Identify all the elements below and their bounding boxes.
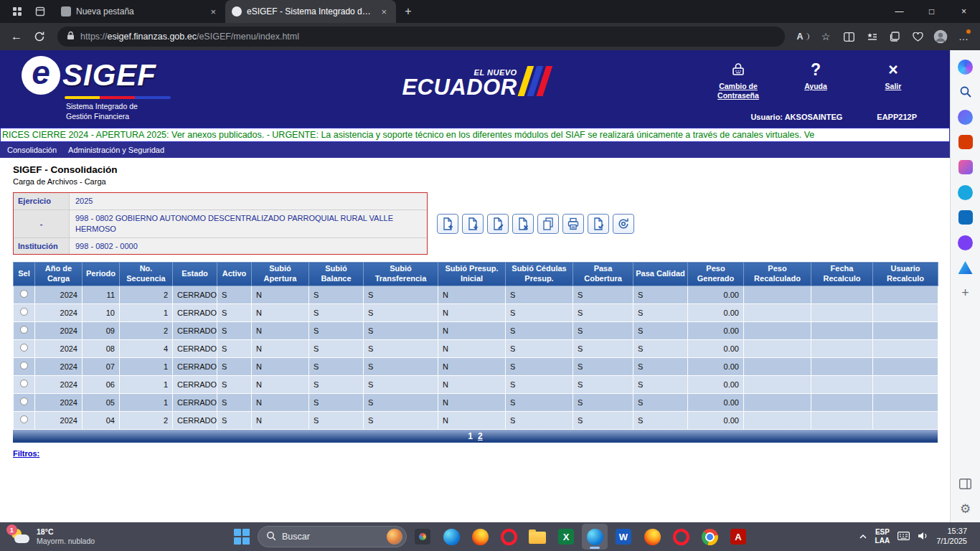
taskbar-chrome-button[interactable] [697, 524, 722, 550]
start-button[interactable] [229, 524, 255, 550]
taskbar-opera2-button[interactable] [668, 524, 694, 550]
row-select-radio[interactable] [20, 344, 28, 352]
new-tab-button[interactable]: + [399, 2, 418, 21]
sidebar-panel-icon[interactable] [958, 476, 974, 491]
table-cell: N [252, 339, 309, 357]
clock-icon[interactable] [958, 184, 974, 200]
clock[interactable]: 15:37 7/1/2025 [936, 527, 967, 547]
row-select-radio[interactable] [20, 290, 28, 298]
help-link[interactable]: ? Ayuda [788, 59, 844, 100]
table-row: 2024051CERRADOSNSSNSSS0.00 [14, 393, 938, 411]
language-indicator[interactable]: ESP LAA [875, 528, 890, 546]
window-controls: — □ × [883, 0, 980, 23]
designer-icon[interactable] [958, 159, 974, 175]
table-cell: N [252, 357, 309, 375]
sidebar-search-icon[interactable] [958, 84, 974, 100]
tab-nueva-pestana[interactable]: Nueva pestaña × [55, 0, 225, 23]
sidebar-add-icon[interactable]: + [958, 285, 974, 301]
tab-actions-icon[interactable] [9, 3, 26, 20]
profile-avatar[interactable] [930, 26, 951, 47]
save-file-button[interactable] [462, 214, 484, 234]
column-header: Estado [173, 263, 217, 286]
refresh-button[interactable] [29, 26, 50, 47]
menu-consolidacion[interactable]: Consolidación [7, 146, 57, 154]
row-select-cell [14, 411, 35, 429]
row-select-radio[interactable] [20, 362, 28, 369]
taskbar-acrobat-button[interactable]: A [725, 524, 751, 550]
browser-essentials-icon[interactable] [907, 26, 928, 47]
exit-link[interactable]: × Salir [865, 59, 921, 100]
favorites-hub-icon[interactable] [861, 26, 882, 47]
sidebar-settings-icon[interactable]: ⚙ [958, 501, 974, 517]
shopping-icon[interactable] [958, 109, 974, 125]
browser-navbar: ← https://esigef.finanzas.gob.ec/eSIGEF/… [0, 23, 980, 50]
volume-icon[interactable] [918, 530, 928, 543]
games-icon[interactable] [958, 235, 974, 250]
row-select-radio[interactable] [20, 380, 28, 387]
read-aloud-icon[interactable]: A [792, 26, 814, 47]
table-cell [744, 411, 811, 429]
outlook-icon[interactable] [958, 209, 974, 225]
row-select-radio[interactable] [20, 308, 28, 316]
back-button[interactable]: ← [6, 26, 27, 47]
minimize-button[interactable]: — [883, 0, 915, 23]
drop-icon[interactable] [958, 260, 974, 276]
validate-file-button[interactable] [487, 214, 509, 234]
row-select-radio[interactable] [20, 397, 28, 405]
table-cell: S [217, 375, 252, 393]
help-icon: ? [811, 59, 821, 80]
taskbar-edge-button[interactable] [438, 524, 464, 550]
copy-file-button[interactable] [537, 214, 559, 234]
tab-close-icon[interactable]: × [378, 6, 390, 17]
change-password-link[interactable]: Cambio de Contraseña [710, 59, 766, 100]
taskbar-firefox-button[interactable] [467, 524, 493, 550]
taskbar-photos-button[interactable] [410, 524, 435, 550]
taskbar-opera-button[interactable] [496, 524, 522, 550]
copilot-icon[interactable] [958, 59, 974, 75]
row-select-radio[interactable] [20, 415, 28, 423]
menu-administracion[interactable]: Administración y Seguridad [68, 146, 164, 154]
address-bar[interactable]: https://esigef.finanzas.gob.ec/eSIGEF/me… [57, 27, 785, 47]
taskbar-search-box[interactable]: Buscar [258, 526, 407, 547]
collections-icon[interactable] [884, 26, 905, 47]
favorites-star-icon[interactable]: ☆ [815, 26, 837, 47]
workspaces-icon[interactable] [32, 3, 49, 20]
notification-badge: 1 [6, 524, 17, 535]
delete-file-button[interactable] [512, 214, 534, 234]
tray-date: 7/1/2025 [936, 537, 967, 547]
taskbar-firefox2-button[interactable] [639, 524, 665, 550]
table-cell: 0.00 [688, 357, 744, 375]
screen: Nueva pestaña × eSIGEF - Sistema Integra… [0, 0, 980, 551]
weather-widget[interactable]: 1 18°C Mayorm. nublado [7, 527, 95, 546]
row-select-cell [14, 357, 35, 375]
table-cell: 05 [83, 393, 120, 411]
taskbar-explorer-button[interactable] [524, 524, 550, 550]
filters-link[interactable]: Filtros: [13, 449, 39, 458]
settings-ellipsis-icon[interactable]: … [953, 26, 974, 47]
tab-title: Nueva pestaña [76, 6, 202, 17]
taskbar-word-button[interactable]: W [611, 524, 636, 550]
page-number-link[interactable]: 2 [478, 431, 483, 441]
notification-dot [966, 29, 971, 34]
touch-keyboard-icon[interactable] [897, 530, 910, 543]
table-cell: S [217, 303, 252, 321]
search-refresh-button[interactable] [613, 214, 634, 234]
approve-file-button[interactable] [588, 214, 609, 234]
split-screen-icon[interactable] [838, 26, 859, 47]
tab-close-icon[interactable]: × [207, 6, 219, 17]
table-cell [873, 286, 938, 303]
table-cell: S [633, 375, 688, 393]
row-select-radio[interactable] [20, 326, 28, 334]
print-button[interactable] [562, 214, 584, 234]
tray-chevron-icon[interactable] [859, 530, 867, 543]
table-cell: N [252, 303, 309, 321]
new-file-button[interactable] [437, 214, 458, 234]
taskbar-excel-button[interactable]: X [553, 524, 579, 550]
tab-esigef[interactable]: eSIGEF - Sistema Integrado de G × [225, 0, 396, 23]
close-button[interactable]: × [948, 0, 980, 23]
microsoft-365-icon[interactable] [958, 134, 974, 150]
column-header: Usuario Recalculo [873, 263, 938, 286]
table-cell: N [438, 321, 506, 339]
maximize-button[interactable]: □ [915, 0, 948, 23]
taskbar-edge-active-button[interactable] [582, 524, 608, 550]
